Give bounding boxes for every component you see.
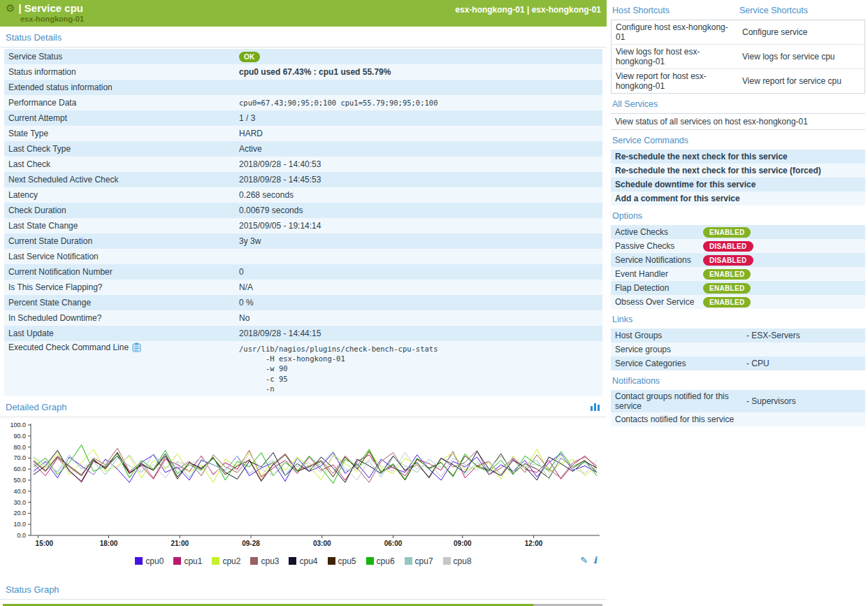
svg-text:60.0: 60.0 xyxy=(13,466,26,472)
service-command-link[interactable]: Add a comment for this service xyxy=(611,192,865,205)
shortcut-row: View logs for host esx-hongkong-01View l… xyxy=(612,45,865,69)
option-state-badge[interactable]: ENABLED xyxy=(703,297,751,308)
status-row-value: /usr/lib/nagios/plugins/check-bench-cpu-… xyxy=(236,341,602,396)
option-state-badge[interactable]: ENABLED xyxy=(703,227,751,238)
row-value[interactable]: - CPU xyxy=(746,359,769,368)
option-state-badge[interactable]: ENABLED xyxy=(703,269,751,280)
svg-text:30.0: 30.0 xyxy=(13,498,26,505)
clipboard-icon[interactable] xyxy=(132,342,141,352)
row-label: Contacts notified for this service xyxy=(615,414,746,424)
status-row-value: HARD xyxy=(236,127,602,140)
notifications-list: Contact groups notified for this service… xyxy=(611,390,865,426)
status-row-value: 2018/09/28 - 14:45:53 xyxy=(236,173,602,186)
host-subtitle[interactable]: esx-hongkong-01 xyxy=(20,15,601,23)
status-row-value: 0 xyxy=(236,266,602,278)
status-row-label: Last Check xyxy=(4,158,236,171)
shortcuts-table: Configure host esx-hongkong-01Configure … xyxy=(611,20,865,94)
row-value[interactable]: - Supervisors xyxy=(746,396,796,406)
option-row: Passive ChecksDISABLED xyxy=(611,239,865,253)
service-shortcut-link[interactable]: View report for service cpu xyxy=(738,69,865,94)
legend-swatch-cpu2 xyxy=(212,557,219,565)
host-shortcut-link[interactable]: View report for host esx-hongkong-01 xyxy=(612,69,739,94)
shortcut-row: Configure host esx-hongkong-01Configure … xyxy=(612,20,865,45)
svg-text:20.0: 20.0 xyxy=(13,510,26,517)
link-row: Contacts notified for this service xyxy=(611,412,865,426)
chart-legend: cpu0cpu1cpu2cpu3cpu4cpu5cpu6cpu7cpu8 ✎ i xyxy=(3,555,604,569)
legend-item-cpu0: cpu0 xyxy=(135,556,164,566)
svg-text:18:00: 18:00 xyxy=(100,540,118,547)
status-row: Next Scheduled Active Check2018/09/28 - … xyxy=(4,172,602,187)
option-state-badge[interactable]: DISABLED xyxy=(703,241,753,252)
status-row-label: Is This Service Flapping? xyxy=(4,281,236,294)
legend-swatch-cpu3 xyxy=(250,557,258,565)
row-value[interactable]: - ESX-Servers xyxy=(746,331,800,340)
legend-swatch-cpu7 xyxy=(405,557,412,565)
status-row: Is This Service Flapping?N/A xyxy=(4,280,602,295)
detailed-graph-title: Detailed Graph xyxy=(6,402,66,412)
status-graph-header: Status Graph xyxy=(0,579,607,600)
svg-text:12:00: 12:00 xyxy=(525,540,543,547)
info-icon[interactable]: i xyxy=(593,555,597,565)
service-command-link[interactable]: Re-schedule the next check for this serv… xyxy=(611,164,865,178)
edit-graph-icon[interactable]: ✎ xyxy=(580,555,588,565)
link-row: Service Categories- CPU xyxy=(611,356,865,370)
row-label: Contact groups notified for this service xyxy=(615,391,746,411)
row-label: Service groups xyxy=(615,345,746,354)
option-label: Obsess Over Service xyxy=(615,297,703,307)
status-row-label: Performance Data xyxy=(4,96,236,109)
svg-text:09-28: 09-28 xyxy=(242,540,260,547)
host-shortcut-link[interactable]: View logs for host esx-hongkong-01 xyxy=(612,45,739,69)
status-graph: 5:0018:0021:0009-2803:0006:0009:0012:00 xyxy=(0,600,607,606)
gear-icon[interactable]: ⚙ xyxy=(6,3,15,13)
legend-swatch-cpu1 xyxy=(173,557,181,565)
option-state-badge[interactable]: ENABLED xyxy=(703,283,751,294)
svg-text:21:00: 21:00 xyxy=(171,540,189,547)
svg-text:100.0: 100.0 xyxy=(10,421,26,428)
legend-swatch-cpu0 xyxy=(135,557,143,565)
status-graph-title: Status Graph xyxy=(6,584,59,595)
service-shortcut-link[interactable]: View logs for service cpu xyxy=(738,45,865,69)
status-row-value xyxy=(236,255,602,258)
header-host-breadcrumb[interactable]: esx-hongkong-01 | esx-hongkong-01 xyxy=(455,5,601,15)
status-row-label: Next Scheduled Active Check xyxy=(4,173,236,186)
legend-swatch-cpu8 xyxy=(443,557,451,565)
legend-label: cpu5 xyxy=(338,556,356,566)
status-row-label: In Scheduled Downtime? xyxy=(4,312,236,324)
status-row-label: Last Update xyxy=(4,327,236,340)
bar-chart-icon[interactable] xyxy=(590,402,601,412)
option-label: Active Checks xyxy=(615,227,703,237)
view-all-services-link[interactable]: View status of all services on host esx-… xyxy=(611,113,865,130)
option-state-badge[interactable]: DISABLED xyxy=(703,255,753,266)
status-row-label: Service Status xyxy=(4,50,236,63)
status-row: Last Service Notification xyxy=(4,249,602,264)
legend-item-cpu3: cpu3 xyxy=(250,556,279,566)
status-row-label: Status information xyxy=(4,66,236,78)
status-row: Latency0.268 seconds xyxy=(4,187,602,203)
service-command-link[interactable]: Schedule downtime for this service xyxy=(611,178,865,192)
cpu-line-chart: 0.010.020.030.040.050.060.070.080.090.01… xyxy=(3,421,602,553)
option-row: Flap DetectionENABLED xyxy=(611,281,865,295)
legend-label: cpu3 xyxy=(261,556,279,566)
notifications-title: Notifications xyxy=(611,370,865,390)
status-row: Last State Change2015/09/05 - 19:14:14 xyxy=(4,218,602,233)
status-row-label: Current Notification Number xyxy=(4,266,236,278)
option-row: Service NotificationsDISABLED xyxy=(611,253,865,267)
host-shortcut-link[interactable]: Configure host esx-hongkong-01 xyxy=(612,20,739,45)
status-row-value xyxy=(236,86,602,89)
legend-item-cpu6: cpu6 xyxy=(366,556,395,566)
page-header: ⚙ | Service cpu esx-hongkong-01 esx-hong… xyxy=(0,0,607,27)
svg-text:70.0: 70.0 xyxy=(13,454,26,461)
service-shortcut-link[interactable]: Configure service xyxy=(738,20,865,45)
legend-label: cpu0 xyxy=(145,556,164,566)
svg-text:90.0: 90.0 xyxy=(13,433,26,440)
link-row: Contact groups notified for this service… xyxy=(611,390,865,412)
legend-label: cpu4 xyxy=(299,556,317,566)
svg-text:10.0: 10.0 xyxy=(13,521,26,528)
shortcut-row: View report for host esx-hongkong-01View… xyxy=(612,69,865,94)
status-row-label: Extended status information xyxy=(4,81,236,94)
status-row: Status informationcpu0 used 67.43% : cpu… xyxy=(4,64,602,80)
status-row-value: No xyxy=(236,312,602,324)
status-row: Current Attempt1 / 3 xyxy=(4,110,602,126)
status-row-value: 0.268 seconds xyxy=(236,189,602,201)
service-command-link[interactable]: Re-schedule the next check for this serv… xyxy=(611,150,865,164)
